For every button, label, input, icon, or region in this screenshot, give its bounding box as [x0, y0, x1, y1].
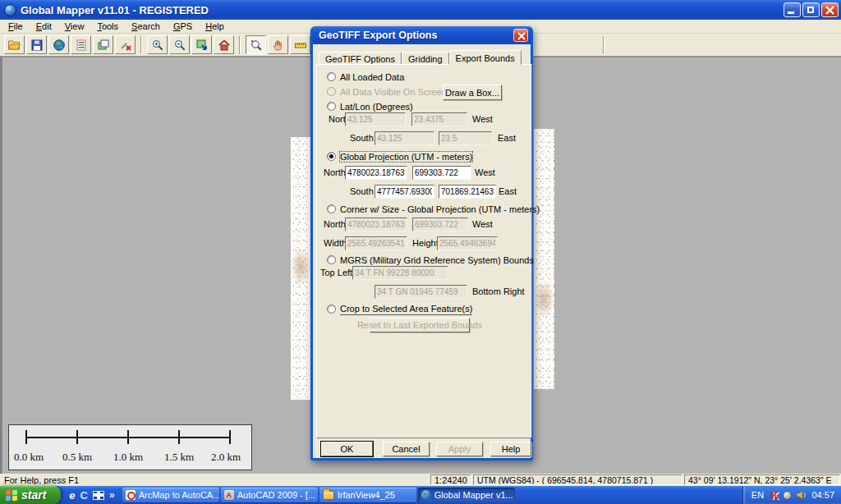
- dialog-title: GeoTIFF Export Options: [319, 30, 513, 41]
- menu-gps[interactable]: GPS: [167, 21, 199, 32]
- taskbar-item-irfanview-folder[interactable]: IrfanView4_25: [319, 488, 416, 502]
- language-indicator[interactable]: EN: [751, 490, 764, 500]
- corner-north-field[interactable]: [345, 218, 407, 231]
- tab-gridding[interactable]: Gridding: [402, 52, 449, 65]
- help-button[interactable]: Help: [490, 442, 531, 456]
- window-titlebar: Global Mapper v11.01 - REGISTERED: [0, 0, 841, 20]
- dialog-buttons: OK Cancel Apply Help: [313, 442, 535, 456]
- scale-label: 1.0 km: [113, 451, 143, 464]
- mgrs-bottom-right-row: Bottom Right: [317, 285, 533, 299]
- radio-corner-size-utm[interactable]: Corner w/ Size - Global Projection (UTM …: [327, 204, 540, 214]
- tray-status-icon[interactable]: [783, 491, 792, 500]
- speaker-icon[interactable]: [796, 490, 807, 500]
- utm-north-row: North West: [317, 166, 533, 180]
- menu-tools[interactable]: Tools: [90, 21, 125, 32]
- autocad-icon: A: [224, 490, 234, 500]
- utm-west-field[interactable]: [412, 166, 471, 180]
- dialog-close-button[interactable]: [513, 29, 528, 42]
- latlon-south-field[interactable]: [375, 131, 434, 145]
- utm-south-field[interactable]: [375, 185, 434, 199]
- apply-button[interactable]: Apply: [436, 442, 483, 456]
- tab-geotiff-options[interactable]: GeoTIFF Options: [319, 52, 402, 65]
- close-icon: [825, 5, 835, 16]
- minimize-button[interactable]: [784, 2, 801, 17]
- layers-icon: [97, 39, 110, 52]
- restore-button[interactable]: [802, 2, 820, 17]
- draw-a-box-button[interactable]: Draw a Box...: [443, 85, 502, 100]
- menu-help[interactable]: Help: [199, 21, 231, 32]
- tab-export-bounds[interactable]: Export Bounds: [449, 50, 522, 65]
- menu-edit[interactable]: Edit: [30, 21, 58, 32]
- latlon-south-row: South East: [317, 131, 533, 145]
- radio-icon: [327, 72, 336, 81]
- mgrs-top-left-row: Top Left: [317, 266, 533, 280]
- status-help-text: For Help, press F1: [0, 474, 429, 485]
- uk-flag-icon[interactable]: [93, 491, 104, 500]
- radio-crop-selected-area[interactable]: Crop to Selected Area Feature(s): [327, 304, 472, 314]
- document-icon: [75, 39, 88, 52]
- radio-mgrs-bounds[interactable]: MGRS (Military Grid Reference System) Bo…: [327, 254, 534, 265]
- ok-button[interactable]: OK: [321, 442, 373, 456]
- mgrs-bottom-right-field[interactable]: [375, 285, 467, 299]
- radio-icon: [327, 305, 336, 314]
- export-bounds-panel: All Loaded Data All Data Visible On Scre…: [316, 64, 532, 438]
- zoom-in-button[interactable]: [147, 35, 168, 54]
- map-image-strip-right: [534, 129, 554, 389]
- utm-north-field[interactable]: [345, 166, 407, 180]
- utm-south-row: South East: [317, 185, 533, 199]
- measure-tool-button[interactable]: [290, 35, 310, 54]
- taskbar-item-global-mapper[interactable]: Global Mapper v1...: [418, 488, 515, 502]
- home-icon: [218, 39, 231, 52]
- corner-height-field[interactable]: [437, 236, 498, 250]
- zoom-tool-button[interactable]: [246, 35, 266, 54]
- ruler-icon: [294, 39, 307, 52]
- home-button[interactable]: [214, 35, 234, 54]
- open-button[interactable]: [4, 35, 25, 54]
- globe-icon: [53, 39, 66, 52]
- overlay-control-button[interactable]: [93, 35, 113, 54]
- latlon-north-field[interactable]: [345, 112, 406, 126]
- utm-east-field[interactable]: [439, 185, 496, 199]
- dialog-tabs: GeoTIFF Options Gridding Export Bounds: [319, 50, 522, 65]
- status-bar: For Help, press F1 1:24240 UTM (WGS84) -…: [0, 474, 841, 486]
- full-view-button[interactable]: [191, 35, 212, 54]
- app-globe-icon: [4, 4, 16, 16]
- toolbar-separator: [140, 36, 142, 54]
- browser-icon[interactable]: C: [80, 489, 88, 502]
- radio-selected-icon: [327, 152, 336, 161]
- cancel-button[interactable]: Cancel: [383, 442, 430, 456]
- save-button[interactable]: [26, 35, 47, 54]
- antivirus-tray-icon[interactable]: K: [771, 489, 779, 502]
- start-button[interactable]: start: [0, 486, 61, 504]
- unload-all-button[interactable]: [115, 35, 136, 54]
- menu-search[interactable]: Search: [125, 21, 167, 32]
- corner-size-row: Width Height: [317, 236, 533, 250]
- status-latlon-coords: 43° 09' 13.1912" N, 23° 25' 2.4363" E: [684, 474, 840, 485]
- control-center-button[interactable]: [71, 35, 91, 54]
- map-image-strip-left: [291, 137, 311, 400]
- globe-icon: [421, 490, 431, 500]
- mgrs-top-left-field[interactable]: [352, 266, 448, 280]
- reset-to-last-exported-bounds-button[interactable]: Reset to Last Exported Bounds: [370, 318, 470, 332]
- taskbar-item-arcmap[interactable]: ArcMap to AutoCA...: [122, 488, 219, 502]
- clock: 04:57: [811, 490, 834, 500]
- latlon-east-field[interactable]: [439, 131, 492, 145]
- quick-launch-overflow-chevron[interactable]: »: [109, 489, 115, 501]
- zoom-out-button[interactable]: [169, 35, 190, 54]
- world-button[interactable]: [48, 35, 69, 54]
- zoom-out-icon: [173, 39, 186, 52]
- radio-global-projection-utm[interactable]: Global Projection (UTM - meters): [327, 151, 472, 162]
- menu-view[interactable]: View: [58, 21, 91, 32]
- radio-all-data-visible[interactable]: All Data Visible On Screen: [327, 86, 446, 97]
- corner-west-field[interactable]: [412, 218, 468, 231]
- taskbar-item-autocad[interactable]: A AutoCAD 2009 - [...: [221, 488, 318, 502]
- pan-tool-button[interactable]: [268, 35, 288, 54]
- radio-latlon-degrees[interactable]: Lat/Lon (Degrees): [327, 101, 413, 112]
- corner-width-field[interactable]: [345, 236, 407, 250]
- unload-cross-icon: [119, 39, 132, 52]
- radio-all-loaded-data[interactable]: All Loaded Data: [327, 71, 404, 82]
- menu-file[interactable]: File: [2, 21, 30, 32]
- close-button[interactable]: [821, 2, 839, 17]
- latlon-west-field[interactable]: [411, 112, 467, 126]
- ie-icon[interactable]: e: [69, 489, 75, 502]
